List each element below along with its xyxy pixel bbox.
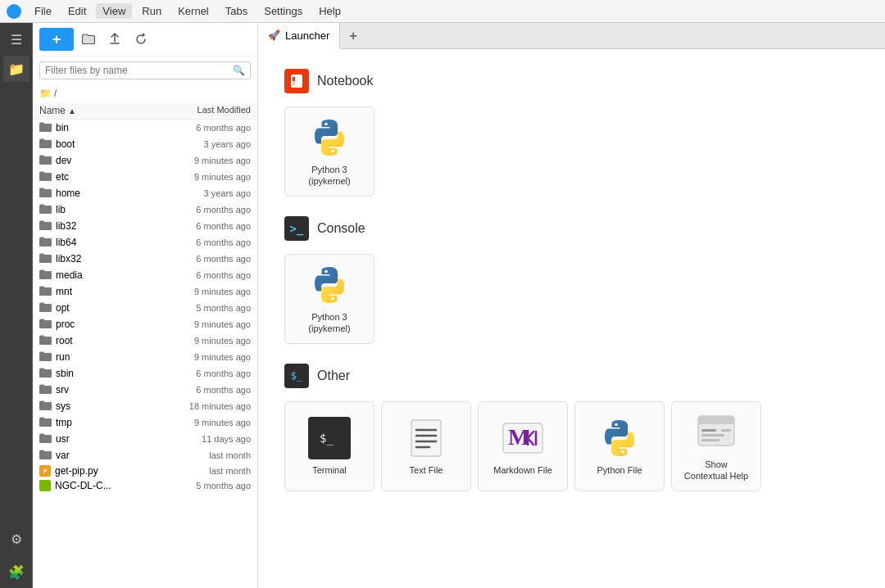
markdown-card[interactable]: M Markdown File bbox=[478, 401, 568, 491]
folder-icon bbox=[39, 121, 52, 134]
file-header[interactable]: Name ▲ Last Modified bbox=[33, 102, 257, 120]
console-section-icon: >_ bbox=[284, 216, 309, 241]
folder-icon bbox=[39, 187, 52, 200]
file-name-text: srv bbox=[56, 384, 69, 396]
menu-edit[interactable]: Edit bbox=[61, 3, 93, 19]
file-row[interactable]: srv 6 months ago bbox=[33, 382, 257, 398]
menu-run[interactable]: Run bbox=[135, 3, 168, 19]
icon-strip: ☰ 📁 ⚙ 🧩 bbox=[0, 23, 33, 588]
file-name-text: proc bbox=[56, 319, 75, 330]
menu-kernel[interactable]: Kernel bbox=[171, 3, 216, 19]
file-modified: 6 months ago bbox=[165, 205, 251, 215]
file-row[interactable]: sbin 6 months ago bbox=[33, 365, 257, 382]
file-row[interactable]: sys 18 minutes ago bbox=[33, 398, 257, 414]
terminal-card-icon: $_ bbox=[308, 417, 351, 459]
menu-settings[interactable]: Settings bbox=[257, 3, 309, 19]
file-row[interactable]: proc 9 minutes ago bbox=[33, 316, 257, 332]
file-name-text: lib bbox=[56, 204, 66, 215]
file-row[interactable]: bin 6 months ago bbox=[33, 120, 257, 136]
file-row[interactable]: var last month bbox=[33, 447, 257, 464]
file-row[interactable]: media 6 months ago bbox=[33, 267, 257, 283]
folder-icon bbox=[39, 432, 52, 446]
file-name-text: var bbox=[56, 450, 70, 461]
sort-arrow-icon: ▲ bbox=[68, 106, 76, 115]
file-name-text: NGC-DL-C... bbox=[55, 480, 111, 491]
menu-help[interactable]: Help bbox=[312, 3, 347, 19]
svg-text:$_: $_ bbox=[320, 432, 334, 446]
svg-rect-26 bbox=[721, 429, 731, 432]
folder-icon bbox=[39, 318, 52, 331]
file-name: sbin bbox=[39, 367, 165, 380]
menu-tabs[interactable]: Tabs bbox=[219, 3, 254, 19]
upload-button[interactable] bbox=[103, 28, 126, 51]
file-modified: 9 minutes ago bbox=[165, 352, 251, 362]
menu-file[interactable]: File bbox=[28, 3, 58, 19]
file-row[interactable]: boot 3 years ago bbox=[33, 136, 257, 152]
menu-logo bbox=[7, 4, 21, 19]
new-folder-button[interactable] bbox=[77, 28, 100, 51]
markdown-card-icon: M bbox=[502, 417, 544, 459]
file-modified: 9 minutes ago bbox=[165, 319, 251, 329]
menu-view[interactable]: View bbox=[96, 3, 132, 19]
svg-text:M: M bbox=[508, 424, 529, 450]
file-row[interactable]: lib32 6 months ago bbox=[33, 218, 257, 234]
launcher-tab[interactable]: 🚀 Launcher bbox=[258, 23, 340, 49]
strip-files-icon[interactable]: 📁 bbox=[3, 56, 30, 82]
file-row[interactable]: home 3 years ago bbox=[33, 185, 257, 201]
file-name-text: home bbox=[56, 188, 80, 199]
file-row[interactable]: lib 6 months ago bbox=[33, 201, 257, 218]
breadcrumb: 📁 / bbox=[33, 84, 257, 102]
contextual-help-label: ShowContextual Help bbox=[684, 459, 748, 482]
file-row[interactable]: etc 9 minutes ago bbox=[33, 169, 257, 185]
console-section-header: >_ Console bbox=[284, 216, 859, 241]
other-section-title: Other bbox=[317, 369, 350, 383]
file-modified: 6 months ago bbox=[165, 270, 251, 280]
notebook-section: Notebook bbox=[284, 69, 859, 197]
file-modified: 5 months ago bbox=[165, 481, 251, 491]
launcher-tab-icon: 🚀 bbox=[268, 29, 280, 41]
file-row[interactable]: lib64 6 months ago bbox=[33, 234, 257, 251]
refresh-button[interactable] bbox=[129, 28, 152, 51]
file-row[interactable]: usr 11 days ago bbox=[33, 431, 257, 447]
console-cards: Python 3(ipykernel) bbox=[284, 254, 859, 344]
file-name: NGC-DL-C... bbox=[39, 480, 165, 491]
svg-rect-24 bbox=[701, 434, 724, 436]
textfile-card[interactable]: Text File bbox=[381, 401, 471, 491]
folder-icon bbox=[39, 400, 52, 413]
strip-menu-icon[interactable]: ☰ bbox=[3, 26, 30, 52]
other-section: $_ Other $_ Terminal bbox=[284, 364, 859, 491]
folder-icon bbox=[39, 449, 52, 462]
file-row[interactable]: libx32 6 months ago bbox=[33, 251, 257, 267]
file-row[interactable]: run 9 minutes ago bbox=[33, 349, 257, 365]
terminal-card[interactable]: $_ Terminal bbox=[284, 401, 374, 491]
file-name-text: usr bbox=[56, 433, 70, 445]
folder-icon: 📁 bbox=[39, 88, 52, 99]
file-name-text: run bbox=[56, 351, 70, 363]
file-row[interactable]: mnt 9 minutes ago bbox=[33, 283, 257, 300]
strip-settings-icon[interactable]: ⚙ bbox=[3, 526, 30, 552]
notebook-cards: Python 3(ipykernel) bbox=[284, 106, 859, 197]
launcher-content: Notebook bbox=[258, 49, 885, 588]
folder-icon bbox=[39, 416, 52, 429]
search-input[interactable] bbox=[45, 65, 233, 76]
svg-rect-22 bbox=[698, 421, 734, 424]
python3-notebook-icon bbox=[308, 116, 351, 159]
file-row[interactable]: NGC-DL-C... 5 months ago bbox=[33, 478, 257, 493]
file-row[interactable]: opt 5 months ago bbox=[33, 300, 257, 316]
file-row[interactable]: dev 9 minutes ago bbox=[33, 152, 257, 169]
python3-notebook-card[interactable]: Python 3(ipykernel) bbox=[284, 106, 374, 197]
svg-point-5 bbox=[331, 149, 334, 152]
file-name-text: opt bbox=[56, 302, 70, 314]
strip-puzzle-icon[interactable]: 🧩 bbox=[3, 559, 30, 585]
contextual-help-card[interactable]: ShowContextual Help bbox=[671, 401, 761, 491]
svg-rect-25 bbox=[701, 439, 719, 441]
python3-console-card[interactable]: Python 3(ipykernel) bbox=[284, 254, 374, 344]
new-tab-button[interactable]: + bbox=[342, 25, 365, 47]
file-row[interactable]: tmp 9 minutes ago bbox=[33, 414, 257, 431]
file-row[interactable]: root 9 minutes ago bbox=[33, 332, 257, 349]
file-row[interactable]: P get-pip.py last month bbox=[33, 464, 257, 478]
pythonfile-card-label: Python File bbox=[597, 464, 642, 476]
folder-icon bbox=[39, 269, 52, 282]
pythonfile-card[interactable]: Python File bbox=[574, 401, 665, 491]
new-file-button[interactable]: + bbox=[39, 28, 74, 51]
